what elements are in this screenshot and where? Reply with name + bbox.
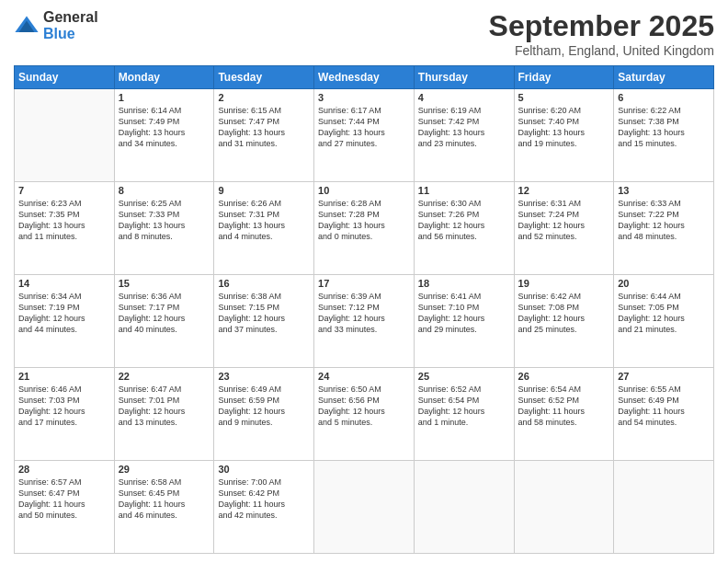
- day-info: Sunrise: 6:54 AM Sunset: 6:52 PM Dayligh…: [518, 384, 610, 429]
- table-row: 2Sunrise: 6:15 AM Sunset: 7:47 PM Daylig…: [214, 89, 314, 182]
- table-row: 13Sunrise: 6:33 AM Sunset: 7:22 PM Dayli…: [614, 182, 714, 275]
- day-number: 3: [318, 92, 410, 103]
- calendar-week-row: 1Sunrise: 6:14 AM Sunset: 7:49 PM Daylig…: [15, 89, 714, 182]
- table-row: 3Sunrise: 6:17 AM Sunset: 7:44 PM Daylig…: [314, 89, 415, 182]
- table-row: 1Sunrise: 6:14 AM Sunset: 7:49 PM Daylig…: [114, 89, 214, 182]
- day-number: 22: [119, 371, 210, 382]
- day-number: 16: [218, 278, 310, 289]
- day-number: 12: [518, 185, 610, 196]
- day-info: Sunrise: 6:46 AM Sunset: 7:03 PM Dayligh…: [18, 384, 110, 429]
- day-info: Sunrise: 6:52 AM Sunset: 6:54 PM Dayligh…: [418, 384, 510, 429]
- day-number: 8: [119, 185, 210, 196]
- logo: General Blue: [14, 9, 98, 41]
- header-tuesday: Tuesday: [214, 66, 314, 89]
- day-number: 4: [418, 92, 510, 103]
- table-row: 9Sunrise: 6:26 AM Sunset: 7:31 PM Daylig…: [214, 182, 314, 275]
- day-info: Sunrise: 6:28 AM Sunset: 7:28 PM Dayligh…: [318, 198, 410, 243]
- table-row: 6Sunrise: 6:22 AM Sunset: 7:38 PM Daylig…: [614, 89, 714, 182]
- day-info: Sunrise: 6:22 AM Sunset: 7:38 PM Dayligh…: [618, 105, 710, 150]
- day-info: Sunrise: 6:41 AM Sunset: 7:10 PM Dayligh…: [418, 291, 510, 336]
- calendar-week-row: 7Sunrise: 6:23 AM Sunset: 7:35 PM Daylig…: [15, 182, 714, 275]
- day-number: 27: [618, 371, 710, 382]
- calendar-week-row: 14Sunrise: 6:34 AM Sunset: 7:19 PM Dayli…: [15, 275, 714, 368]
- day-info: Sunrise: 6:57 AM Sunset: 6:47 PM Dayligh…: [18, 477, 110, 522]
- calendar-week-row: 21Sunrise: 6:46 AM Sunset: 7:03 PM Dayli…: [15, 368, 714, 461]
- day-info: Sunrise: 6:38 AM Sunset: 7:15 PM Dayligh…: [218, 291, 310, 336]
- table-row: [15, 89, 115, 182]
- table-row: 17Sunrise: 6:39 AM Sunset: 7:12 PM Dayli…: [314, 275, 415, 368]
- day-number: 6: [618, 92, 710, 103]
- day-info: Sunrise: 6:19 AM Sunset: 7:42 PM Dayligh…: [418, 105, 510, 150]
- day-number: 19: [518, 278, 610, 289]
- day-number: 28: [18, 464, 110, 475]
- table-row: 11Sunrise: 6:30 AM Sunset: 7:26 PM Dayli…: [414, 182, 514, 275]
- logo-text: General Blue: [43, 9, 98, 41]
- day-number: 10: [318, 185, 410, 196]
- day-number: 23: [218, 371, 310, 382]
- day-number: 25: [418, 371, 510, 382]
- table-row: [614, 461, 714, 554]
- day-number: 7: [18, 185, 110, 196]
- table-row: 25Sunrise: 6:52 AM Sunset: 6:54 PM Dayli…: [414, 368, 514, 461]
- table-row: 19Sunrise: 6:42 AM Sunset: 7:08 PM Dayli…: [514, 275, 614, 368]
- header-wednesday: Wednesday: [314, 66, 415, 89]
- day-info: Sunrise: 6:39 AM Sunset: 7:12 PM Dayligh…: [318, 291, 410, 336]
- day-info: Sunrise: 6:30 AM Sunset: 7:26 PM Dayligh…: [418, 198, 510, 243]
- table-row: 28Sunrise: 6:57 AM Sunset: 6:47 PM Dayli…: [15, 461, 115, 554]
- day-info: Sunrise: 6:17 AM Sunset: 7:44 PM Dayligh…: [318, 105, 410, 150]
- table-row: 15Sunrise: 6:36 AM Sunset: 7:17 PM Dayli…: [114, 275, 214, 368]
- table-row: 30Sunrise: 7:00 AM Sunset: 6:42 PM Dayli…: [214, 461, 314, 554]
- table-row: 7Sunrise: 6:23 AM Sunset: 7:35 PM Daylig…: [15, 182, 115, 275]
- calendar-week-row: 28Sunrise: 6:57 AM Sunset: 6:47 PM Dayli…: [15, 461, 714, 554]
- day-info: Sunrise: 6:44 AM Sunset: 7:05 PM Dayligh…: [618, 291, 710, 336]
- day-info: Sunrise: 6:50 AM Sunset: 6:56 PM Dayligh…: [318, 384, 410, 429]
- day-info: Sunrise: 6:55 AM Sunset: 6:49 PM Dayligh…: [618, 384, 710, 429]
- day-number: 26: [518, 371, 610, 382]
- table-row: 8Sunrise: 6:25 AM Sunset: 7:33 PM Daylig…: [114, 182, 214, 275]
- day-number: 5: [518, 92, 610, 103]
- day-number: 2: [218, 92, 310, 103]
- table-row: 4Sunrise: 6:19 AM Sunset: 7:42 PM Daylig…: [414, 89, 514, 182]
- weekday-header-row: Sunday Monday Tuesday Wednesday Thursday…: [15, 66, 714, 89]
- page: General Blue September 2025 Feltham, Eng…: [0, 0, 728, 563]
- day-number: 9: [218, 185, 310, 196]
- header-thursday: Thursday: [414, 66, 514, 89]
- table-row: 27Sunrise: 6:55 AM Sunset: 6:49 PM Dayli…: [614, 368, 714, 461]
- day-info: Sunrise: 6:23 AM Sunset: 7:35 PM Dayligh…: [18, 198, 110, 243]
- day-number: 30: [218, 464, 310, 475]
- day-number: 20: [618, 278, 710, 289]
- day-info: Sunrise: 6:25 AM Sunset: 7:33 PM Dayligh…: [119, 198, 210, 243]
- day-info: Sunrise: 6:47 AM Sunset: 7:01 PM Dayligh…: [119, 384, 210, 429]
- day-info: Sunrise: 6:33 AM Sunset: 7:22 PM Dayligh…: [618, 198, 710, 243]
- day-info: Sunrise: 6:34 AM Sunset: 7:19 PM Dayligh…: [18, 291, 110, 336]
- day-number: 11: [418, 185, 510, 196]
- day-number: 18: [418, 278, 510, 289]
- table-row: 18Sunrise: 6:41 AM Sunset: 7:10 PM Dayli…: [414, 275, 514, 368]
- day-info: Sunrise: 6:49 AM Sunset: 6:59 PM Dayligh…: [218, 384, 310, 429]
- table-row: 24Sunrise: 6:50 AM Sunset: 6:56 PM Dayli…: [314, 368, 415, 461]
- logo-general: General: [43, 9, 98, 26]
- logo-blue: Blue: [43, 26, 98, 42]
- day-info: Sunrise: 6:14 AM Sunset: 7:49 PM Dayligh…: [119, 105, 210, 150]
- day-number: 13: [618, 185, 710, 196]
- day-info: Sunrise: 6:36 AM Sunset: 7:17 PM Dayligh…: [119, 291, 210, 336]
- day-info: Sunrise: 6:26 AM Sunset: 7:31 PM Dayligh…: [218, 198, 310, 243]
- table-row: 22Sunrise: 6:47 AM Sunset: 7:01 PM Dayli…: [114, 368, 214, 461]
- day-info: Sunrise: 7:00 AM Sunset: 6:42 PM Dayligh…: [218, 477, 310, 522]
- header-friday: Friday: [514, 66, 614, 89]
- logo-icon: [14, 13, 40, 39]
- table-row: 14Sunrise: 6:34 AM Sunset: 7:19 PM Dayli…: [15, 275, 115, 368]
- table-row: 16Sunrise: 6:38 AM Sunset: 7:15 PM Dayli…: [214, 275, 314, 368]
- header: General Blue September 2025 Feltham, Eng…: [14, 9, 714, 58]
- day-number: 24: [318, 371, 410, 382]
- table-row: 23Sunrise: 6:49 AM Sunset: 6:59 PM Dayli…: [214, 368, 314, 461]
- day-info: Sunrise: 6:15 AM Sunset: 7:47 PM Dayligh…: [218, 105, 310, 150]
- day-number: 14: [18, 278, 110, 289]
- table-row: 20Sunrise: 6:44 AM Sunset: 7:05 PM Dayli…: [614, 275, 714, 368]
- day-info: Sunrise: 6:58 AM Sunset: 6:45 PM Dayligh…: [119, 477, 210, 522]
- day-number: 1: [119, 92, 210, 103]
- day-info: Sunrise: 6:31 AM Sunset: 7:24 PM Dayligh…: [518, 198, 610, 243]
- header-monday: Monday: [114, 66, 214, 89]
- title-month: September 2025: [489, 9, 714, 43]
- table-row: 29Sunrise: 6:58 AM Sunset: 6:45 PM Dayli…: [114, 461, 214, 554]
